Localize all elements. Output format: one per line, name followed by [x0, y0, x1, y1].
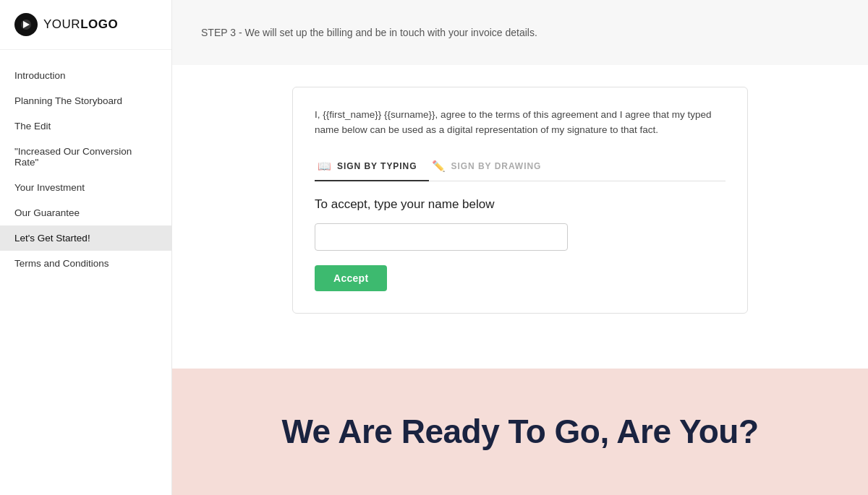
- agreement-text: I, {{first_name}} {{surname}}, agree to …: [315, 108, 726, 138]
- accept-button[interactable]: Accept: [315, 265, 387, 291]
- pen-icon: ✏️: [432, 160, 446, 173]
- logo-text: YOURLOGO: [43, 17, 118, 32]
- logo-logo: LOGO: [80, 17, 118, 31]
- book-icon: 📖: [318, 160, 332, 173]
- tab-sign-typing[interactable]: 📖 SIGN BY TYPING: [315, 154, 429, 181]
- bottom-cta: We Are Ready To Go, Are You?: [172, 369, 868, 495]
- name-input[interactable]: [315, 223, 568, 251]
- sidebar-item-lets-get-started[interactable]: Let's Get Started!: [0, 225, 171, 251]
- sidebar-item-the-edit[interactable]: The Edit: [0, 113, 171, 139]
- logo-your: YOUR: [43, 17, 80, 31]
- tab-sign-drawing[interactable]: ✏️ SIGN BY DRAWING: [429, 154, 553, 181]
- sidebar-item-terms-conditions[interactable]: Terms and Conditions: [0, 251, 171, 276]
- card-area: I, {{first_name}} {{surname}}, agree to …: [172, 65, 868, 369]
- top-banner: STEP 3 - We will set up the billing and …: [172, 0, 868, 65]
- signature-tabs: 📖 SIGN BY TYPING ✏️ SIGN BY DRAWING: [315, 154, 726, 181]
- cta-heading: We Are Ready To Go, Are You?: [281, 413, 758, 450]
- tab-sign-typing-label: SIGN BY TYPING: [337, 161, 417, 171]
- accept-label: To accept, type your name below: [315, 197, 726, 212]
- logo-area: YOURLOGO: [0, 0, 171, 50]
- sidebar: YOURLOGO Introduction Planning The Story…: [0, 0, 172, 495]
- sidebar-nav: Introduction Planning The Storyboard The…: [0, 50, 171, 276]
- sidebar-item-our-guarantee[interactable]: Our Guarantee: [0, 200, 171, 225]
- sidebar-item-conversion-rate[interactable]: "Increased Our Conversion Rate": [0, 139, 171, 175]
- signature-card: I, {{first_name}} {{surname}}, agree to …: [292, 87, 748, 314]
- logo-icon: [14, 13, 38, 36]
- main-content: STEP 3 - We will set up the billing and …: [172, 0, 868, 495]
- top-banner-text: STEP 3 - We will set up the billing and …: [201, 27, 537, 38]
- sidebar-item-introduction[interactable]: Introduction: [0, 63, 171, 88]
- sidebar-item-planning-storyboard[interactable]: Planning The Storyboard: [0, 88, 171, 113]
- sidebar-item-your-investment[interactable]: Your Investment: [0, 175, 171, 200]
- tab-sign-drawing-label: SIGN BY DRAWING: [451, 161, 542, 171]
